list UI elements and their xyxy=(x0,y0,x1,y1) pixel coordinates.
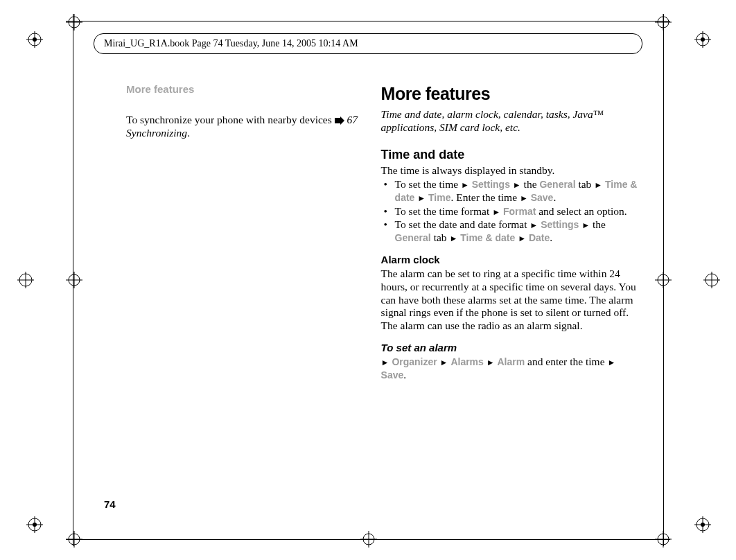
nav-arrow-icon: ► xyxy=(513,180,521,190)
time-date-bullets: To set the time ► Settings ► the General… xyxy=(381,178,638,244)
time-date-intro: The time is always displayed in standby. xyxy=(381,164,638,177)
b3-t3: tab xyxy=(431,231,450,243)
sa-t1: and enter the time xyxy=(525,356,607,367)
bullet-set-time: To set the time ► Settings ► the General… xyxy=(384,178,638,204)
b3-settings: Settings xyxy=(541,219,579,230)
b1-general: General xyxy=(539,179,575,190)
b1-t5: . xyxy=(553,191,556,203)
crop-target-left-mid xyxy=(17,272,34,288)
sa-t2: . xyxy=(403,369,406,380)
sync-period: . xyxy=(187,127,190,139)
b1-settings: Settings xyxy=(472,179,510,190)
b1-time: Time xyxy=(428,192,450,203)
nav-arrow-icon: ► xyxy=(487,358,495,367)
b3-t2: the xyxy=(590,218,606,230)
running-header-text: Mirai_UG_R1A.book Page 74 Tuesday, June … xyxy=(104,38,358,49)
b1-t1: To set the time xyxy=(395,178,461,190)
page-content: More features To synchronize your phone … xyxy=(104,83,638,382)
b3-timedate: Time & date xyxy=(460,232,515,243)
b3-t4: . xyxy=(550,231,552,243)
nav-arrow-icon: ► xyxy=(581,220,590,230)
b1-t2: the xyxy=(521,178,540,190)
page-frame: Mirai_UG_R1A.book Page 74 Tuesday, June … xyxy=(73,14,663,546)
sa-alarm: Alarm xyxy=(497,356,525,367)
more-features-heading: More features xyxy=(381,83,638,104)
nav-arrow-icon: ► xyxy=(520,193,528,203)
registration-mark-top-left xyxy=(26,31,43,48)
right-column: More features Time and date, alarm clock… xyxy=(381,83,638,382)
nav-arrow-icon: ► xyxy=(594,180,602,190)
nav-arrow-icon: ► xyxy=(461,180,469,190)
registration-mark-top-right xyxy=(694,31,711,48)
registration-mark-bottom-right xyxy=(694,516,711,533)
nav-arrow-icon: ► xyxy=(492,207,500,217)
bullet-date-format: To set the date and date format ► Settin… xyxy=(384,218,638,244)
b2-format: Format xyxy=(503,206,536,217)
running-header: Mirai_UG_R1A.book Page 74 Tuesday, June … xyxy=(94,33,642,54)
nav-arrow-icon: ► xyxy=(607,358,615,367)
b2-t2: and select an option. xyxy=(536,205,627,217)
bullet-time-format: To set the time format ► Format and sele… xyxy=(384,205,638,218)
b3-t1: To set the date and date format xyxy=(395,218,530,230)
left-column: More features To synchronize your phone … xyxy=(104,83,362,382)
alarm-clock-heading: Alarm clock xyxy=(381,254,638,266)
nav-arrow-icon: ► xyxy=(529,220,538,230)
b1-t4: . Enter the time xyxy=(450,191,519,203)
nav-arrow-icon: ► xyxy=(417,193,426,203)
nav-arrow-icon: ► xyxy=(381,358,389,367)
b1-save: Save xyxy=(531,192,554,203)
b1-t3: tab xyxy=(576,178,595,190)
xref-arrow-icon xyxy=(335,116,344,125)
sa-save: Save xyxy=(381,369,404,380)
alarm-clock-body: The alarm can be set to ring at a specif… xyxy=(381,268,638,332)
time-date-heading: Time and date xyxy=(381,148,638,163)
more-features-tagline: Time and date, alarm clock, calendar, ta… xyxy=(381,108,638,134)
sync-paragraph: To synchronize your phone with nearby de… xyxy=(126,114,362,139)
nav-arrow-icon: ► xyxy=(518,234,526,243)
crop-target-right-mid xyxy=(703,272,720,288)
page-number: 74 xyxy=(104,498,116,510)
section-label: More features xyxy=(126,83,362,96)
b2-t1: To set the time format xyxy=(395,205,493,217)
sync-text: To synchronize your phone with nearby de… xyxy=(126,114,335,125)
to-set-alarm-body: ► Organizer ► Alarms ► Alarm and enter t… xyxy=(381,356,638,381)
sa-organizer: Organizer xyxy=(392,356,437,367)
nav-arrow-icon: ► xyxy=(449,234,457,243)
nav-arrow-icon: ► xyxy=(440,358,448,367)
registration-mark-bottom-left xyxy=(26,516,43,533)
to-set-alarm-heading: To set an alarm xyxy=(381,342,638,354)
b3-date: Date xyxy=(529,232,550,243)
b3-general: General xyxy=(395,232,431,243)
sa-alarms: Alarms xyxy=(450,356,483,367)
